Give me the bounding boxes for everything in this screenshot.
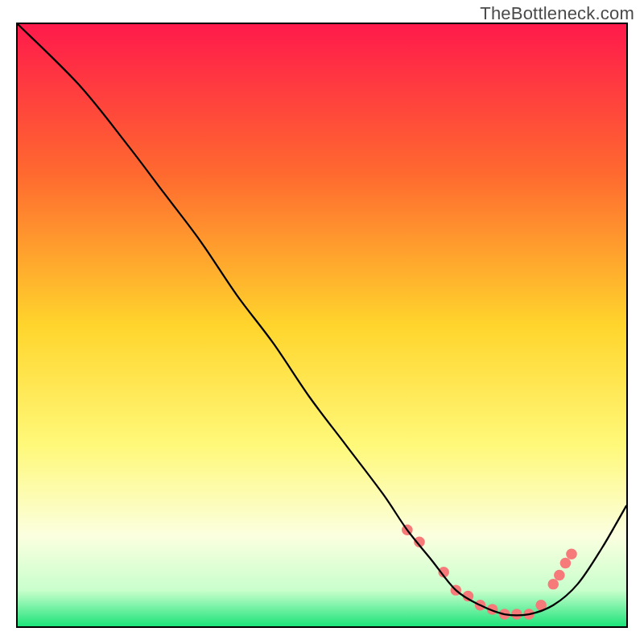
- chart-svg: [18, 24, 626, 626]
- gradient-background: [18, 24, 626, 626]
- plot-area: [18, 24, 626, 626]
- plot-border: [16, 23, 628, 628]
- marker-dot: [554, 570, 565, 580]
- marker-dot: [566, 549, 577, 559]
- marker-dot: [560, 558, 572, 568]
- marker-dot: [511, 609, 522, 619]
- watermark-text: TheBottleneck.com: [480, 3, 634, 24]
- chart-frame: TheBottleneck.com: [0, 0, 644, 644]
- marker-dot: [547, 579, 559, 589]
